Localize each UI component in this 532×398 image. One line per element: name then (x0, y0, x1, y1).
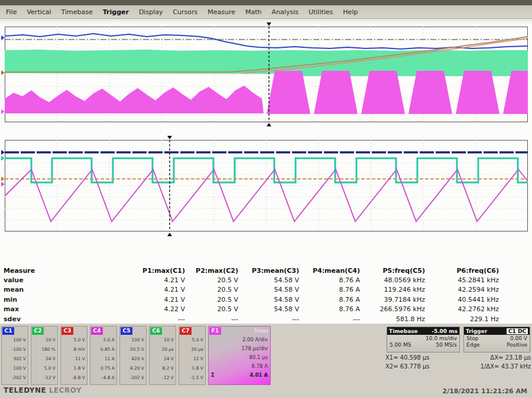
f1-badge: F1 (209, 327, 221, 335)
channel-box-row: 20.5 V (120, 345, 146, 354)
menu-math[interactable]: Math (245, 8, 262, 16)
channel-box-row: -12 V (150, 373, 176, 383)
navy-level-marker-icon[interactable] (1, 150, 5, 155)
channel-box-c1[interactable]: C1100 V-100 V302 V100 V-202 V (1, 326, 28, 385)
trigger-panel[interactable]: Trigger C1 DC Stop 0.00 V Edge Positive (463, 327, 530, 353)
channel-box-c4[interactable]: C42.0 A0.85 A11 A0.75 A-4.8 A (90, 326, 117, 385)
bottom-cursor-bottom-marker-icon[interactable] (167, 233, 172, 236)
channel-box-c2[interactable]: C210 V180 %24 V5.0 V-12 V (31, 326, 58, 385)
menu-file[interactable]: File (6, 8, 17, 16)
menu-measure[interactable]: Measure (207, 8, 235, 16)
top-waveform-grid[interactable] (5, 27, 528, 122)
measure-cell: 8.76 A (299, 276, 360, 284)
measure-row-label: Measure (4, 267, 72, 275)
channel-box-row: 0.75 A (90, 364, 116, 373)
top-cursor-bottom-marker-icon[interactable] (267, 123, 271, 126)
menu-utilities[interactable]: Utilities (309, 8, 333, 16)
timebase-position: -5.00 ms (432, 328, 458, 334)
channel-badge: C7 (180, 327, 192, 335)
channel-badge: C1 (2, 327, 14, 335)
timebase-panel[interactable]: Timebase -5.00 ms 10.0 ms/div 5.00 MS 50… (387, 327, 460, 353)
measure-cell: 266.5976 kHz (360, 305, 425, 313)
menu-analysis[interactable]: Analysis (272, 8, 299, 16)
bottom-waveform-grid[interactable] (5, 140, 528, 231)
measure-param-header[interactable]: P3:mean(C3) (238, 267, 299, 275)
channel-box-row: 1.8 V (179, 364, 205, 373)
magenta-ramp-trace (5, 169, 528, 221)
top-cursor-top-marker-icon[interactable] (267, 22, 271, 26)
sigma-icon: Σ (211, 371, 215, 380)
waveform-area: MeasureP1:max(C1)P2:max(C2)P3:mean(C3)P4… (0, 25, 532, 324)
trigger-type: Edge (466, 342, 480, 348)
math-box-foot-value: 4.01 A (249, 371, 268, 380)
channel-box-row: 20 µs (150, 345, 176, 354)
measure-param-header[interactable]: P2:max(C2) (185, 267, 238, 275)
trigger-source-badge: C1 DC (507, 328, 528, 334)
measure-cell: 42.2762 kHz (425, 305, 499, 313)
channel-box-row: 100 V (2, 335, 28, 345)
c4-area-left (5, 86, 264, 113)
channel-box-row: 0.85 A (90, 345, 116, 354)
menu-display[interactable]: Display (139, 8, 163, 16)
descriptor-area: C1100 V-100 V302 V100 V-202 VC210 V180 %… (0, 324, 532, 398)
measure-row-mean: mean4.21 V20.5 V54.58 V8.76 A119.246 kHz… (4, 285, 528, 295)
math-box-title: Power (254, 328, 270, 334)
measure-row-label: max (4, 305, 72, 313)
measure-row-label: sdev (4, 315, 72, 323)
channel-badge: C6 (150, 327, 162, 335)
c3-level-marker-icon[interactable] (1, 70, 5, 75)
tan-level-marker-icon[interactable] (1, 177, 5, 181)
window-titlebar (0, 0, 532, 5)
measure-cell: 119.246 kHz (360, 286, 425, 293)
measure-cell: 8.76 A (299, 305, 360, 313)
timebase-title: Timebase (389, 328, 418, 334)
menu-shadow (0, 19, 532, 25)
channel-box-c5[interactable]: C5100 V20.5 V420 V4.20 V-202 V (119, 326, 147, 385)
measure-cell: 54.58 V (238, 296, 299, 304)
channel-box-row: 180 % (31, 345, 57, 354)
measure-cell: 54.58 V (238, 276, 299, 284)
measure-row-label: min (4, 296, 72, 304)
invdx-label: 1/ΔX= (481, 363, 499, 370)
channel-box-row: 100 V (120, 335, 146, 345)
menu-help[interactable]: Help (343, 8, 358, 16)
measure-row-min: min4.21 V20.5 V54.58 V8.76 A39.7184 kHz4… (4, 295, 528, 304)
channel-box-row: -1.5 V (179, 373, 205, 383)
measure-cell: --- (299, 315, 360, 323)
gridlines (5, 140, 528, 231)
measure-cell: 8.76 A (299, 286, 360, 293)
measure-row-measure: MeasureP1:max(C1)P2:max(C2)P3:mean(C3)P4… (4, 266, 528, 275)
menu-vertical[interactable]: Vertical (27, 8, 51, 16)
measure-cell: --- (185, 315, 238, 323)
magenta-level-marker-icon[interactable] (1, 182, 5, 187)
channel-box-c6[interactable]: C610 V20 µs24 V8.2 V-12 V (149, 326, 176, 385)
channel-box-row: 1.8 V (61, 364, 87, 373)
x2-label: X2= (385, 363, 398, 370)
menu-trigger[interactable]: Trigger (103, 8, 129, 16)
channel-box-row: -202 V (120, 373, 146, 383)
channel-box-row: 5.0 V (31, 364, 57, 373)
c4-level-marker-icon[interactable] (1, 109, 5, 114)
bottom-cursor-top-marker-icon[interactable] (167, 136, 172, 139)
channel-box-c7[interactable]: C75.0 V20 µs12 V1.8 V-1.5 V (179, 326, 206, 385)
math-box-f1[interactable]: F1 Power 2.00 A/div 178 µs/div 80.1 µs 8… (208, 326, 271, 385)
channel-box-row: 10 V (31, 335, 57, 345)
measure-cell: 4.22 V (72, 305, 185, 313)
menu-bar: FileVerticalTimebaseTriggerDisplayCursor… (0, 5, 532, 19)
channel-box-row: 5.0 V (61, 335, 87, 345)
measure-param-header[interactable]: P5:freq(C5) (360, 267, 425, 275)
menu-timebase[interactable]: Timebase (61, 8, 93, 16)
cursor-readout: X1= 40.598 µs ΔX= 23.18 µs X2= 63.778 µs… (385, 354, 531, 372)
measure-param-header[interactable]: P4:mean(C4) (299, 267, 360, 275)
trigger-slope: Positive (507, 342, 527, 348)
c1-level-marker-icon[interactable] (1, 35, 5, 40)
channel-box-row: 4.20 V (120, 364, 146, 373)
measure-cell: 54.58 V (238, 305, 299, 313)
measure-cell: 229.1 Hz (425, 315, 499, 323)
measure-cell: 39.7184 kHz (360, 296, 425, 304)
teal-level-marker-icon[interactable] (1, 156, 5, 161)
menu-cursors[interactable]: Cursors (173, 8, 197, 16)
channel-box-c3[interactable]: C35.0 V8 mV11 V1.8 V-8.8 V (60, 326, 87, 385)
measure-param-header[interactable]: P6:freq(C6) (425, 267, 499, 275)
measure-param-header[interactable]: P1:max(C1) (72, 267, 185, 275)
